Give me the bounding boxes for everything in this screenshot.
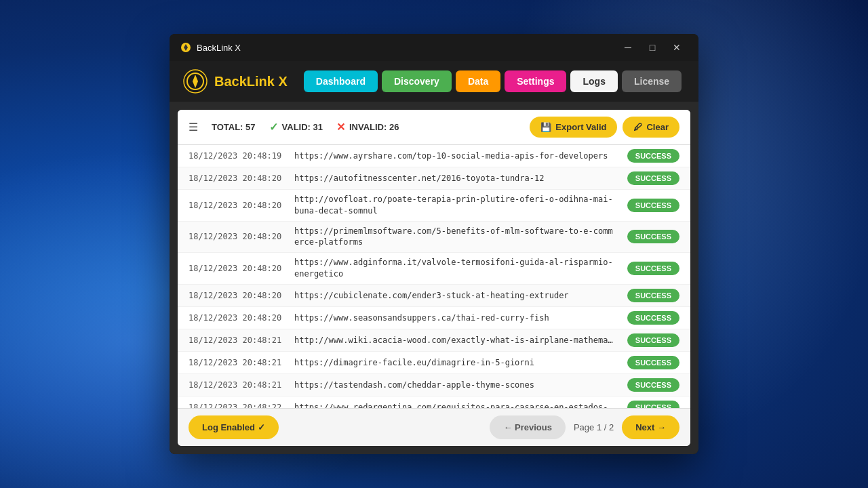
log-status-badge: SUCCESS <box>627 289 679 302</box>
titlebar: BackLink X ─ □ ✕ <box>170 34 698 61</box>
log-url: https://tastendash.com/cheddar-apple-thy… <box>294 380 616 390</box>
logo: BackLink X <box>183 69 288 94</box>
minimize-button[interactable]: ─ <box>617 39 639 56</box>
app-window: BackLink X ─ □ ✕ BackLink X <box>170 34 698 454</box>
log-status-badge: SUCCESS <box>627 199 679 212</box>
log-status-badge: SUCCESS <box>627 149 679 163</box>
footer: Log Enabled ✓ ← Previous Page 1 / 2 Next… <box>178 408 690 446</box>
svg-point-3 <box>193 79 197 83</box>
log-timestamp: 18/12/2023 20:48:20 <box>189 174 283 183</box>
nav-dashboard[interactable]: Dashboard <box>304 70 378 92</box>
app-content: BackLink X Dashboard Discovery Data Sett… <box>170 61 698 454</box>
log-url: https://dimagrire-facile.eu/dimagrire-in… <box>294 358 616 367</box>
table-row: 18/12/2023 20:48:20https://www.adginform… <box>178 253 690 285</box>
export-valid-button[interactable]: 💾 Export Valid <box>530 117 617 138</box>
log-status-badge: SUCCESS <box>627 333 679 347</box>
log-timestamp: 18/12/2023 20:48:22 <box>189 403 283 408</box>
export-label: Export Valid <box>555 122 606 132</box>
check-icon: ✓ <box>269 121 278 134</box>
main-panel: ☰ TOTAL: 57 ✓ VALID: 31 ✕ INVALID: 26 💾 … <box>178 110 690 446</box>
table-row: 18/12/2023 20:48:22https://www.redargent… <box>178 396 690 408</box>
log-status-badge: SUCCESS <box>627 311 679 325</box>
table-row: 18/12/2023 20:48:21https://tastendash.co… <box>178 374 690 396</box>
table-row: 18/12/2023 20:48:21http://www.wiki.acaci… <box>178 329 690 352</box>
stats-actions: 💾 Export Valid 🖊 Clear <box>530 117 679 138</box>
table-row: 18/12/2023 20:48:20https://cubiclenate.c… <box>178 285 690 307</box>
export-icon: 💾 <box>540 122 551 132</box>
log-timestamp: 18/12/2023 20:48:21 <box>189 358 283 367</box>
log-table[interactable]: 18/12/2023 20:48:19https://www.ayrshare.… <box>178 145 690 408</box>
log-timestamp: 18/12/2023 20:48:21 <box>189 336 283 345</box>
log-timestamp: 18/12/2023 20:48:20 <box>189 232 283 241</box>
table-row: 18/12/2023 20:48:20https://www.seasonsan… <box>178 307 690 329</box>
previous-button[interactable]: ← Previous <box>490 415 566 439</box>
valid-stat: ✓ VALID: 31 <box>269 121 323 134</box>
pagination: ← Previous Page 1 / 2 Next → <box>490 415 679 439</box>
table-row: 18/12/2023 20:48:20https://autofitnessce… <box>178 167 690 190</box>
log-timestamp: 18/12/2023 20:48:20 <box>189 201 283 210</box>
table-row: 18/12/2023 20:48:20https://primemlmsoftw… <box>178 222 690 253</box>
logo-bold: Back <box>214 74 247 89</box>
log-url: https://primemlmsoftware.com/5-benefits-… <box>294 226 616 249</box>
log-status-badge: SUCCESS <box>627 378 679 392</box>
x-icon: ✕ <box>336 121 345 134</box>
log-timestamp: 18/12/2023 20:48:19 <box>189 151 283 161</box>
header: BackLink X Dashboard Discovery Data Sett… <box>170 61 698 102</box>
total-label: TOTAL: 57 <box>212 122 256 132</box>
total-stat: TOTAL: 57 <box>212 122 256 132</box>
app-icon <box>180 42 191 53</box>
table-row: 18/12/2023 20:48:21https://dimagrire-fac… <box>178 352 690 374</box>
nav: Dashboard Discovery Data Settings Logs L… <box>304 70 682 92</box>
log-url: https://www.adginforma.it/valvole-termos… <box>294 257 616 280</box>
nav-discovery[interactable]: Discovery <box>382 70 452 92</box>
clear-button[interactable]: 🖊 Clear <box>623 117 679 138</box>
log-enabled-button[interactable]: Log Enabled ✓ <box>189 415 279 439</box>
nav-license[interactable]: License <box>622 70 682 92</box>
logo-text: BackLink X <box>214 74 288 89</box>
log-status-badge: SUCCESS <box>627 230 679 243</box>
broom-icon: 🖊 <box>633 122 642 132</box>
valid-label: VALID: 31 <box>282 122 323 132</box>
titlebar-title: BackLink X <box>197 43 241 53</box>
table-row: 18/12/2023 20:48:19https://www.ayrshare.… <box>178 145 690 167</box>
log-status-badge: SUCCESS <box>627 401 679 408</box>
nav-logs[interactable]: Logs <box>570 70 617 92</box>
maximize-button[interactable]: □ <box>642 39 663 56</box>
titlebar-left: BackLink X <box>180 42 241 53</box>
invalid-label: INVALID: 26 <box>349 122 399 132</box>
clear-label: Clear <box>646 122 669 132</box>
log-url: https://www.seasonsandsuppers.ca/thai-re… <box>294 313 616 323</box>
log-status-badge: SUCCESS <box>627 171 679 185</box>
list-icon: ☰ <box>189 121 198 134</box>
log-url: http://ovofloat.ro/poate-terapia-prin-pl… <box>294 194 616 217</box>
next-button[interactable]: Next → <box>622 415 679 439</box>
log-url: https://autofitnesscenter.net/2016-toyot… <box>294 174 616 183</box>
invalid-stat: ✕ INVALID: 26 <box>336 121 399 134</box>
page-info: Page 1 / 2 <box>574 422 614 432</box>
log-timestamp: 18/12/2023 20:48:20 <box>189 264 283 273</box>
nav-data[interactable]: Data <box>456 70 500 92</box>
log-timestamp: 18/12/2023 20:48:20 <box>189 313 283 323</box>
logo-normal: Link X <box>247 74 288 89</box>
table-row: 18/12/2023 20:48:20http://ovofloat.ro/po… <box>178 190 690 222</box>
log-url: https://www.ayrshare.com/top-10-social-m… <box>294 151 616 161</box>
log-status-badge: SUCCESS <box>627 262 679 275</box>
log-url: https://cubiclenate.com/ender3-stuck-at-… <box>294 291 616 300</box>
stats-bar: ☰ TOTAL: 57 ✓ VALID: 31 ✕ INVALID: 26 💾 … <box>178 110 690 145</box>
log-url: http://www.wiki.acacia-wood.com/exactly-… <box>294 336 616 345</box>
titlebar-controls: ─ □ ✕ <box>617 39 688 56</box>
log-status-badge: SUCCESS <box>627 356 679 369</box>
nav-settings[interactable]: Settings <box>505 70 566 92</box>
close-button[interactable]: ✕ <box>666 39 688 56</box>
log-timestamp: 18/12/2023 20:48:20 <box>189 291 283 300</box>
log-url: https://www.redargentina.com/requisitos-… <box>294 403 616 408</box>
log-timestamp: 18/12/2023 20:48:21 <box>189 380 283 390</box>
